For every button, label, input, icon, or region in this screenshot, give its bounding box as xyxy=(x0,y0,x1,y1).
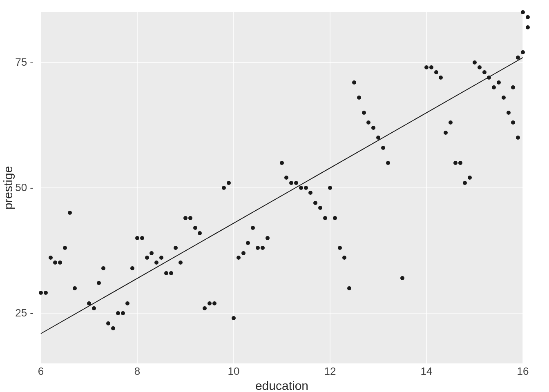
data-point xyxy=(289,181,293,185)
data-point xyxy=(338,246,342,250)
data-point xyxy=(212,301,216,305)
data-point xyxy=(366,120,370,125)
data-point xyxy=(159,256,163,260)
data-point xyxy=(429,65,433,69)
data-point xyxy=(434,70,438,74)
data-point xyxy=(502,96,506,100)
data-point xyxy=(444,131,448,135)
data-point xyxy=(463,181,467,185)
data-point xyxy=(328,186,332,190)
data-point xyxy=(106,321,110,325)
data-point xyxy=(516,136,520,140)
data-point xyxy=(458,161,462,165)
data-point xyxy=(174,246,178,250)
data-point xyxy=(121,311,125,315)
data-point xyxy=(237,256,241,260)
data-point xyxy=(232,316,236,320)
data-point xyxy=(352,80,356,85)
data-point xyxy=(284,176,288,180)
y-tick-75: 75 - xyxy=(15,56,33,68)
data-point xyxy=(342,256,346,260)
data-point xyxy=(261,246,265,250)
data-point xyxy=(453,161,458,165)
x-tick-6: 6 xyxy=(38,365,44,377)
data-point xyxy=(294,181,298,185)
data-point xyxy=(208,301,212,305)
data-point xyxy=(478,65,482,69)
data-point xyxy=(521,50,525,54)
data-point xyxy=(386,161,390,165)
data-point xyxy=(101,266,105,270)
data-point xyxy=(313,201,317,205)
data-point xyxy=(68,211,72,215)
data-point xyxy=(183,216,187,220)
data-point xyxy=(246,241,250,245)
data-point xyxy=(179,261,183,265)
data-point xyxy=(73,286,77,290)
data-point xyxy=(125,301,129,305)
data-point xyxy=(193,226,197,230)
y-tick-50: 50 - xyxy=(15,181,33,194)
data-point xyxy=(371,126,375,130)
data-point xyxy=(198,231,202,235)
data-point xyxy=(111,326,115,330)
data-point xyxy=(521,10,525,14)
data-point xyxy=(92,306,96,310)
scatter-plot: 6 8 10 12 14 16 25 - 50 - 75 - education… xyxy=(0,0,549,392)
data-point xyxy=(97,281,101,285)
data-point xyxy=(39,291,43,295)
data-point xyxy=(473,60,477,65)
data-point xyxy=(526,25,530,29)
y-tick-25: 25 - xyxy=(15,307,33,319)
data-point xyxy=(116,311,120,315)
data-point xyxy=(381,146,385,150)
data-point xyxy=(299,186,303,190)
data-point xyxy=(497,80,501,85)
data-point xyxy=(145,256,149,260)
data-point xyxy=(507,111,511,115)
data-point xyxy=(227,181,231,185)
data-point xyxy=(487,76,491,80)
data-point xyxy=(135,236,139,240)
data-point xyxy=(280,161,284,165)
data-point xyxy=(511,85,515,89)
chart-container: 6 8 10 12 14 16 25 - 50 - 75 - education… xyxy=(0,0,549,392)
data-point xyxy=(203,306,207,310)
y-axis-label: prestige xyxy=(1,166,15,210)
data-point xyxy=(44,291,48,295)
data-point xyxy=(516,56,520,60)
data-point xyxy=(468,176,472,180)
data-point xyxy=(63,246,67,250)
x-tick-14: 14 xyxy=(421,365,433,377)
x-tick-12: 12 xyxy=(324,365,336,377)
x-tick-8: 8 xyxy=(134,365,140,377)
data-point xyxy=(357,96,361,100)
data-point xyxy=(304,186,308,190)
x-tick-16: 16 xyxy=(517,365,529,377)
data-point xyxy=(323,216,327,220)
data-point xyxy=(449,120,453,125)
data-point xyxy=(53,261,57,265)
data-point xyxy=(87,301,91,305)
data-point xyxy=(188,216,192,220)
data-point xyxy=(266,236,270,240)
data-point xyxy=(492,85,496,89)
data-point xyxy=(130,266,134,270)
data-point xyxy=(169,271,173,275)
data-point xyxy=(58,261,62,265)
data-point xyxy=(333,216,337,220)
x-axis-label: education xyxy=(255,379,308,392)
data-point xyxy=(49,256,53,260)
data-point xyxy=(154,261,158,265)
data-point xyxy=(222,186,226,190)
data-point xyxy=(362,111,366,115)
data-point xyxy=(164,271,168,275)
x-tick-10: 10 xyxy=(228,365,240,377)
data-point xyxy=(318,206,322,210)
data-point xyxy=(511,120,515,125)
data-point xyxy=(482,70,487,74)
data-point xyxy=(150,251,154,255)
data-point xyxy=(376,136,380,140)
data-point xyxy=(400,276,404,280)
data-point xyxy=(347,286,351,290)
